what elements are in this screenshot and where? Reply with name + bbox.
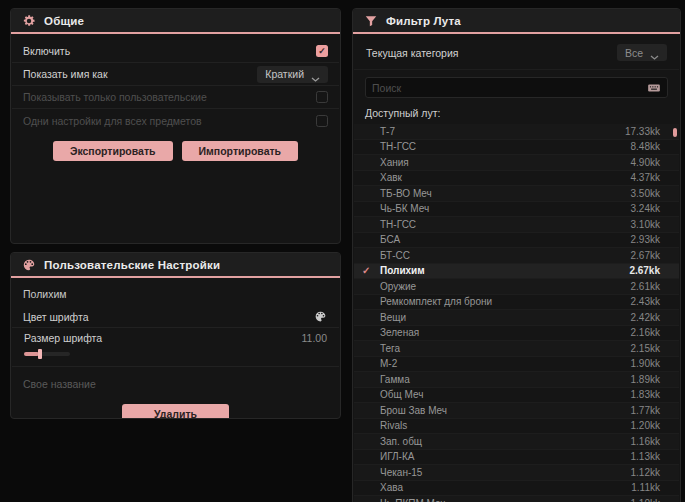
loot-item-name: БСА	[380, 234, 631, 245]
loot-item-row[interactable]: Общ Меч1.83kk	[354, 388, 679, 404]
loot-item-value: 2.42kk	[631, 312, 660, 323]
loot-item-name: Чекан-15	[380, 467, 631, 478]
panel-title: Пользовательские Настройки	[44, 259, 220, 271]
general-buttons: Экспортировать Импортировать	[11, 141, 340, 161]
loot-item-value: 1.20kk	[631, 420, 660, 431]
loot-item-name: ТБ-ВО Меч	[380, 188, 631, 199]
chevron-down-icon	[650, 50, 659, 55]
loot-item-name: ИГЛ-КА	[380, 451, 631, 462]
loot-item-name: Общ Меч	[380, 389, 631, 400]
loot-item-row[interactable]: БТ-СС2.67kk	[354, 248, 679, 264]
enable-checkbox[interactable]: ✓	[316, 45, 328, 57]
loot-item-name: Хавк	[380, 172, 631, 183]
loot-item-row[interactable]: М-21.90kk	[354, 357, 679, 373]
loot-item-value: 2.15kk	[631, 343, 660, 354]
loot-item-row[interactable]: БСА2.93kk	[354, 233, 679, 249]
loot-item-name: Полихим	[380, 265, 629, 276]
panel-title: Фильтр Лута	[386, 15, 461, 27]
loot-item-row[interactable]: ТН-ГСС3.10kk	[354, 217, 679, 233]
loot-filter-panel: Фильтр Лута Текущая категория Все Доступ…	[352, 8, 681, 502]
loot-item-name: Брош Зав Меч	[380, 405, 631, 416]
loot-item-row[interactable]: Чь-БК Меч3.24kk	[354, 202, 679, 218]
loot-item-name: Тега	[380, 343, 631, 354]
loot-item-row[interactable]: ИГЛ-КА1.13kk	[354, 450, 679, 466]
loot-item-row[interactable]: Брош Зав Меч1.77kk	[354, 403, 679, 419]
loot-item-value: 2.67kk	[629, 265, 660, 276]
category-value: Все	[625, 47, 643, 59]
loot-item-name: М-2	[380, 358, 631, 369]
enable-row: Включить ✓	[12, 40, 339, 63]
category-label: Текущая категория	[366, 47, 459, 59]
search-box	[365, 77, 668, 98]
loot-item-row[interactable]: Чекан-151.12kk	[354, 465, 679, 481]
color-palette-icon[interactable]	[314, 310, 328, 324]
loot-item-name: ТН-ГСС	[380, 141, 631, 152]
custom-settings-header: Пользовательские Настройки	[11, 253, 340, 278]
loot-item-row[interactable]: Зап. общ1.16kk	[354, 434, 679, 450]
enable-label: Включить	[23, 45, 70, 57]
loot-filter-header: Фильтр Лута	[353, 9, 680, 34]
import-button[interactable]: Импортировать	[182, 141, 299, 161]
export-button[interactable]: Экспортировать	[53, 141, 173, 161]
loot-item-row[interactable]: Rivals1.20kk	[354, 419, 679, 435]
loot-item-row[interactable]: Оружие2.61kk	[354, 279, 679, 295]
name-display-row: Показать имя как Краткий	[12, 63, 339, 86]
loot-list: Т-717.33kkТН-ГСС8.48kkХания4.90kkХавк4.3…	[354, 124, 679, 502]
font-color-label: Цвет шрифта	[23, 311, 89, 323]
loot-item-value: 3.24kk	[631, 203, 660, 214]
loot-item-row[interactable]: ✓Полихим2.67kk	[354, 264, 679, 280]
panel-title: Общие	[44, 15, 84, 27]
loot-item-row[interactable]: Гамма1.89kk	[354, 372, 679, 388]
name-display-value: Краткий	[265, 68, 304, 80]
only-custom-checkbox[interactable]	[316, 91, 328, 103]
scrollbar-thumb[interactable]	[673, 128, 677, 137]
general-panel: Общие Включить ✓ Показать имя как Кратки…	[10, 8, 341, 244]
loot-item-row[interactable]: Зеленая2.16kk	[354, 326, 679, 342]
loot-item-value: 1.77kk	[631, 405, 660, 416]
loot-item-value: 1.13kk	[631, 451, 660, 462]
funnel-icon	[364, 14, 378, 28]
available-loot-label: Доступный лут:	[353, 106, 680, 124]
only-custom-label: Показывать только пользовательские	[23, 91, 207, 103]
loot-item-value: 2.67kk	[631, 250, 660, 261]
loot-item-row[interactable]: ТН-ГСС8.48kk	[354, 140, 679, 156]
loot-item-value: 1.10kk	[631, 498, 660, 502]
loot-item-name: Гамма	[380, 374, 631, 385]
custom-name-input[interactable]	[23, 378, 328, 390]
loot-item-name: Т-7	[380, 126, 625, 137]
loot-item-row[interactable]: Хава1.11kk	[354, 481, 679, 497]
loot-item-row[interactable]: Хавк4.37kk	[354, 171, 679, 187]
loot-item-value: 2.16kk	[631, 327, 660, 338]
same-settings-checkbox[interactable]	[316, 115, 328, 127]
font-color-row[interactable]: Цвет шрифта	[12, 306, 339, 328]
chevron-down-icon	[311, 72, 320, 77]
check-icon: ✓	[362, 265, 380, 276]
loot-item-value: 1.16kk	[631, 436, 660, 447]
keyboard-icon[interactable]	[647, 81, 661, 95]
general-panel-header: Общие	[11, 9, 340, 34]
loot-item-row[interactable]: Чь-ПКПМ Меч1.10kk	[354, 496, 679, 502]
loot-item-row[interactable]: Тега2.15kk	[354, 341, 679, 357]
gear-icon	[22, 14, 36, 28]
search-input[interactable]	[372, 82, 641, 94]
loot-item-row[interactable]: Ремкомплект для брони2.43kk	[354, 295, 679, 311]
custom-name-row	[11, 367, 340, 397]
category-select[interactable]: Все	[617, 44, 667, 61]
loot-item-value: 3.10kk	[631, 219, 660, 230]
loot-item-row[interactable]: Вещи2.42kk	[354, 310, 679, 326]
name-display-select[interactable]: Краткий	[257, 66, 328, 83]
loot-item-name: Хания	[380, 157, 631, 168]
font-size-slider[interactable]	[24, 349, 70, 359]
slider-handle[interactable]	[38, 349, 42, 359]
loot-item-name: Ремкомплект для брони	[380, 296, 631, 307]
loot-item-row[interactable]: ТБ-ВО Меч3.50kk	[354, 186, 679, 202]
loot-item-value: 2.93kk	[631, 234, 660, 245]
loot-item-value: 1.89kk	[631, 374, 660, 385]
loot-item-row[interactable]: Т-717.33kk	[354, 124, 679, 140]
delete-button[interactable]: Удалить	[122, 404, 229, 419]
loot-item-value: 2.43kk	[631, 296, 660, 307]
loot-item-row[interactable]: Хания4.90kk	[354, 155, 679, 171]
loot-item-name: Оружие	[380, 281, 631, 292]
palette-icon	[22, 258, 36, 272]
name-display-label: Показать имя как	[23, 68, 108, 80]
